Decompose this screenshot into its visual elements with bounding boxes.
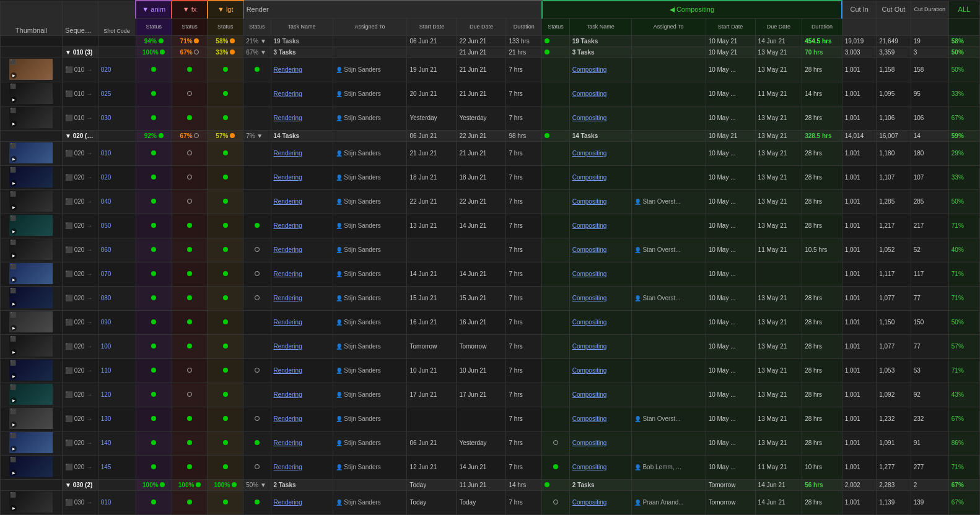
- shot-all-pct: 29%: [948, 141, 979, 165]
- group-render-tasks: 2 Tasks: [271, 479, 333, 490]
- th-fx[interactable]: ▼ fx: [172, 1, 208, 18]
- shot-anim-dot: [136, 165, 172, 189]
- shot-comp-start: 10 May ...: [706, 214, 755, 238]
- shot-code[interactable]: 025: [98, 82, 136, 106]
- shot-render-status[interactable]: Rendering: [271, 106, 333, 130]
- shot-code[interactable]: 020: [98, 165, 136, 189]
- shot-fx-dot: [172, 286, 208, 310]
- shot-comp-dur: 28 hrs: [802, 358, 842, 383]
- shot-code[interactable]: 110: [98, 358, 136, 383]
- shot-comp-status[interactable]: Compositing: [569, 383, 631, 407]
- shot-code[interactable]: 020: [98, 58, 136, 82]
- shot-all-pct: 67%: [948, 490, 979, 514]
- shot-comp-status[interactable]: Compositing: [569, 82, 631, 106]
- shot-render-status[interactable]: Rendering: [271, 214, 333, 238]
- summary-comp-assigned: [631, 35, 706, 46]
- th-cut-out2: [877, 18, 911, 35]
- shot-thumb: ⬛ ▶: [1, 238, 63, 262]
- shot-render-status[interactable]: Rendering: [271, 407, 333, 431]
- shot-code[interactable]: 080: [98, 286, 136, 310]
- shot-code[interactable]: 040: [98, 189, 136, 214]
- shot-dur: 7 hrs: [506, 214, 542, 238]
- shot-comp-status[interactable]: Compositing: [569, 286, 631, 310]
- shot-due: 14 Jun 21: [457, 262, 506, 286]
- shot-dur: 7 hrs: [506, 334, 542, 358]
- shot-render-status[interactable]: Rendering: [271, 334, 333, 358]
- group-id[interactable]: ▼ 010 (3): [62, 46, 98, 58]
- group-id[interactable]: ▼ 030 (2): [62, 479, 98, 490]
- shot-assigned: 👤 Stijn Sanders: [333, 407, 407, 431]
- group-cut-in: 3,003: [842, 46, 877, 58]
- shot-render-status[interactable]: Rendering: [271, 310, 333, 334]
- shot-comp-status[interactable]: Compositing: [569, 431, 631, 455]
- shot-render-status[interactable]: Rendering: [271, 383, 333, 407]
- shot-code[interactable]: 010: [98, 141, 136, 165]
- shot-comp-status[interactable]: Compositing: [569, 165, 631, 189]
- shot-render-status[interactable]: Rendering: [271, 189, 333, 214]
- shot-render-status[interactable]: Rendering: [271, 455, 333, 479]
- shot-render-status[interactable]: Rendering: [271, 82, 333, 106]
- shot-code[interactable]: 030: [98, 106, 136, 130]
- shot-code[interactable]: 130: [98, 407, 136, 431]
- th-comp[interactable]: ◀ Compositing: [542, 1, 842, 18]
- shot-comp-dur: 10 hrs: [802, 455, 842, 479]
- shot-render-dot: [243, 407, 271, 431]
- shot-render-status[interactable]: Rendering: [271, 490, 333, 514]
- header-row: Thumbnail Sequence Shot Code ▼ anim ▼ fx…: [1, 1, 980, 18]
- shot-due: 14 Jun 21: [457, 214, 506, 238]
- shot-comp-status[interactable]: Compositing: [569, 262, 631, 286]
- shot-render-status[interactable]: Rendering: [271, 431, 333, 455]
- group-all-pct: 67%: [948, 479, 979, 490]
- shot-render-status[interactable]: Rendering: [271, 141, 333, 165]
- group-header-010: ▼ 010 (3) 100% 67% 33% 67% ▼ 3 Tasks 21 …: [1, 46, 980, 58]
- shot-fx-dot: [172, 189, 208, 214]
- shot-thumb: ⬛ ▶: [1, 431, 63, 455]
- shot-comp-dot: [542, 334, 569, 358]
- summary-render-start: 06 Jun 21: [407, 35, 457, 46]
- th-render[interactable]: Render: [243, 1, 542, 18]
- shot-code[interactable]: 145: [98, 455, 136, 479]
- shot-render-status[interactable]: Rendering: [271, 286, 333, 310]
- shot-comp-status[interactable]: Compositing: [569, 141, 631, 165]
- shot-seq: ⬛ 020 →: [62, 431, 98, 455]
- shot-render-status[interactable]: Rendering: [271, 238, 333, 262]
- table-row: ⬛ ▶ ⬛ 020 → 080 Rendering 👤 Stijn Sander…: [1, 286, 980, 310]
- shot-code[interactable]: 090: [98, 310, 136, 334]
- shot-comp-status[interactable]: Compositing: [569, 214, 631, 238]
- shot-cut-out: 1,285: [877, 189, 911, 214]
- shot-code[interactable]: 120: [98, 383, 136, 407]
- shot-anim-dot: [136, 286, 172, 310]
- shot-comp-status[interactable]: Compositing: [569, 58, 631, 82]
- shot-code[interactable]: 010: [98, 490, 136, 514]
- shot-cut-dur: 277: [911, 455, 948, 479]
- shot-comp-status[interactable]: Compositing: [569, 358, 631, 383]
- shot-comp-status[interactable]: Compositing: [569, 189, 631, 214]
- shot-render-status[interactable]: Rendering: [271, 358, 333, 383]
- shot-comp-status[interactable]: Compositing: [569, 455, 631, 479]
- summary-comp-dur: 454.5 hrs: [802, 35, 842, 46]
- shot-code[interactable]: 060: [98, 238, 136, 262]
- shot-code[interactable]: 140: [98, 431, 136, 455]
- shot-render-status[interactable]: Rendering: [271, 58, 333, 82]
- shot-comp-due: 13 May 21: [755, 58, 802, 82]
- shot-comp-status[interactable]: Compositing: [569, 310, 631, 334]
- shot-code[interactable]: 070: [98, 262, 136, 286]
- group-render-due: 21 Jun 21: [457, 46, 506, 58]
- shot-code[interactable]: 100: [98, 334, 136, 358]
- group-id[interactable]: ▼ 020 (14): [62, 130, 98, 141]
- shot-comp-status[interactable]: Compositing: [569, 407, 631, 431]
- shot-render-status[interactable]: Rendering: [271, 262, 333, 286]
- shot-seq: ⬛ 020 →: [62, 358, 98, 383]
- main-table-container[interactable]: Thumbnail Sequence Shot Code ▼ anim ▼ fx…: [0, 0, 980, 515]
- shot-comp-status[interactable]: Compositing: [569, 238, 631, 262]
- shot-code[interactable]: 050: [98, 214, 136, 238]
- shot-render-status[interactable]: Rendering: [271, 165, 333, 189]
- shot-comp-status[interactable]: Compositing: [569, 334, 631, 358]
- th-anim[interactable]: ▼ anim: [136, 1, 172, 18]
- shot-comp-status[interactable]: Compositing: [569, 490, 631, 514]
- shot-lgt-dot: [208, 214, 243, 238]
- group-cut-in: 14,014: [842, 130, 877, 141]
- th-lgt[interactable]: ▼ lgt: [208, 1, 243, 18]
- shot-comp-status[interactable]: Compositing: [569, 106, 631, 130]
- shot-all-pct: 71%: [948, 358, 979, 383]
